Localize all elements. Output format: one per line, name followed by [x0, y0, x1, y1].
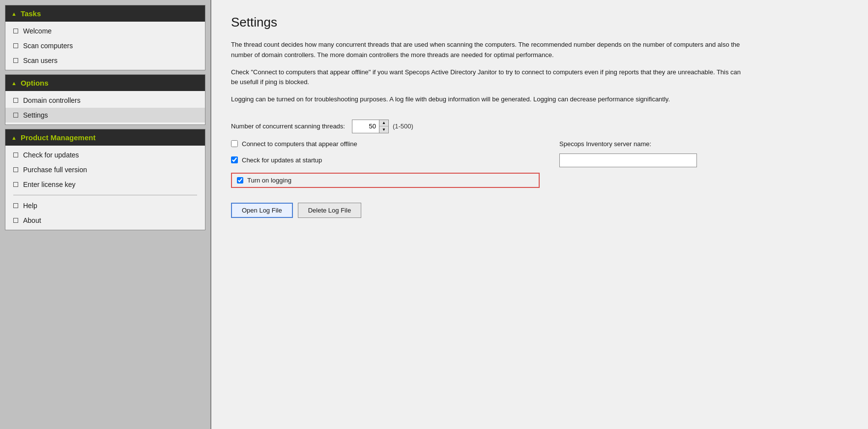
bullet-icon	[13, 218, 18, 223]
product-section: ▲ Product Management Check for updates P…	[5, 129, 205, 230]
tasks-header[interactable]: ▲ Tasks	[5, 5, 205, 22]
sidebar-item-welcome[interactable]: Welcome	[5, 24, 205, 38]
sidebar: ▲ Tasks Welcome Scan computers Scan user…	[0, 0, 211, 429]
sidebar-item-about[interactable]: About	[5, 213, 205, 228]
delete-log-button[interactable]: Delete Log File	[298, 203, 361, 218]
connect-offline-label: Connect to computers that appear offline	[242, 140, 357, 148]
server-name-label: Specops Inventory server name:	[559, 140, 848, 148]
bullet-icon	[13, 153, 18, 157]
sidebar-item-settings[interactable]: Settings	[5, 108, 205, 123]
left-checks: Connect to computers that appear offline…	[231, 140, 540, 193]
main-panel: Settings The thread count decides how ma…	[211, 0, 868, 429]
check-updates-row: Check for updates at startup	[231, 156, 540, 164]
bullet-icon	[13, 203, 18, 208]
connect-offline-checkbox[interactable]	[231, 140, 238, 147]
spin-down-button[interactable]: ▼	[379, 126, 388, 133]
options-section: ▲ Options Domain controllers Settings	[5, 74, 205, 125]
thread-label: Number of concurrent scanning threads:	[231, 123, 345, 130]
thread-count-input[interactable]	[352, 120, 379, 133]
spin-wrap: ▲ ▼	[352, 120, 389, 133]
bullet-icon	[13, 113, 18, 118]
range-hint: (1-500)	[393, 123, 413, 130]
sidebar-item-label: Welcome	[23, 27, 52, 35]
open-log-button[interactable]: Open Log File	[231, 203, 293, 218]
bullet-icon	[13, 29, 18, 33]
description-1: The thread count decides how many concur…	[231, 40, 747, 61]
settings-area: Number of concurrent scanning threads: ▲…	[231, 120, 848, 218]
thread-input-wrap: ▲ ▼ (1-500)	[352, 120, 413, 133]
check-updates-checkbox[interactable]	[231, 156, 238, 163]
right-section: Specops Inventory server name:	[540, 140, 848, 193]
product-header[interactable]: ▲ Product Management	[5, 129, 205, 146]
sidebar-item-check-updates[interactable]: Check for updates	[5, 148, 205, 162]
sidebar-item-scan-users[interactable]: Scan users	[5, 53, 205, 68]
product-label: Product Management	[21, 133, 96, 142]
bullet-icon	[13, 58, 18, 63]
options-body: Domain controllers Settings	[5, 91, 205, 124]
spin-up-button[interactable]: ▲	[379, 120, 388, 126]
bullet-icon	[13, 98, 18, 103]
sidebar-item-label: About	[23, 216, 41, 224]
tasks-body: Welcome Scan computers Scan users	[5, 22, 205, 70]
bullet-icon	[13, 43, 18, 48]
sidebar-item-label: Purchase full version	[23, 166, 87, 174]
logging-checkbox[interactable]	[237, 177, 243, 184]
tasks-label: Tasks	[21, 9, 41, 18]
logging-row: Turn on logging	[231, 173, 540, 188]
logging-label: Turn on logging	[247, 177, 291, 184]
spin-buttons: ▲ ▼	[379, 120, 388, 133]
sidebar-item-label: Help	[23, 202, 37, 210]
check-updates-label: Check for updates at startup	[242, 156, 322, 164]
sidebar-item-label: Scan computers	[23, 42, 73, 50]
sidebar-item-label: Domain controllers	[23, 96, 81, 104]
bullet-icon	[13, 167, 18, 172]
buttons-row: Open Log File Delete Log File	[231, 203, 848, 218]
connect-offline-row: Connect to computers that appear offline	[231, 140, 540, 148]
description-3: Logging can be turned on for troubleshoo…	[231, 94, 747, 105]
checkboxes-section: Connect to computers that appear offline…	[231, 140, 848, 193]
description-2: Check "Connect to computers that appear …	[231, 67, 747, 88]
sidebar-item-label: Enter license key	[23, 181, 76, 188]
sidebar-item-label: Check for updates	[23, 151, 79, 159]
options-label: Options	[21, 79, 49, 87]
sidebar-item-help[interactable]: Help	[5, 198, 205, 213]
sidebar-item-label: Settings	[23, 111, 48, 119]
tasks-section: ▲ Tasks Welcome Scan computers Scan user…	[5, 5, 205, 70]
sidebar-item-license[interactable]: Enter license key	[5, 177, 205, 192]
page-title: Settings	[231, 15, 848, 30]
sidebar-item-scan-computers[interactable]: Scan computers	[5, 38, 205, 53]
bullet-icon	[13, 182, 18, 187]
thread-count-row: Number of concurrent scanning threads: ▲…	[231, 120, 848, 133]
sidebar-item-domain-controllers[interactable]: Domain controllers	[5, 93, 205, 108]
server-name-input[interactable]	[559, 153, 697, 167]
tasks-chevron-icon: ▲	[11, 11, 17, 17]
product-chevron-icon: ▲	[11, 135, 17, 141]
options-chevron-icon: ▲	[11, 80, 17, 86]
options-header[interactable]: ▲ Options	[5, 75, 205, 91]
divider	[13, 195, 197, 195]
sidebar-item-purchase[interactable]: Purchase full version	[5, 162, 205, 177]
sidebar-item-label: Scan users	[23, 57, 58, 64]
product-body: Check for updates Purchase full version …	[5, 146, 205, 230]
